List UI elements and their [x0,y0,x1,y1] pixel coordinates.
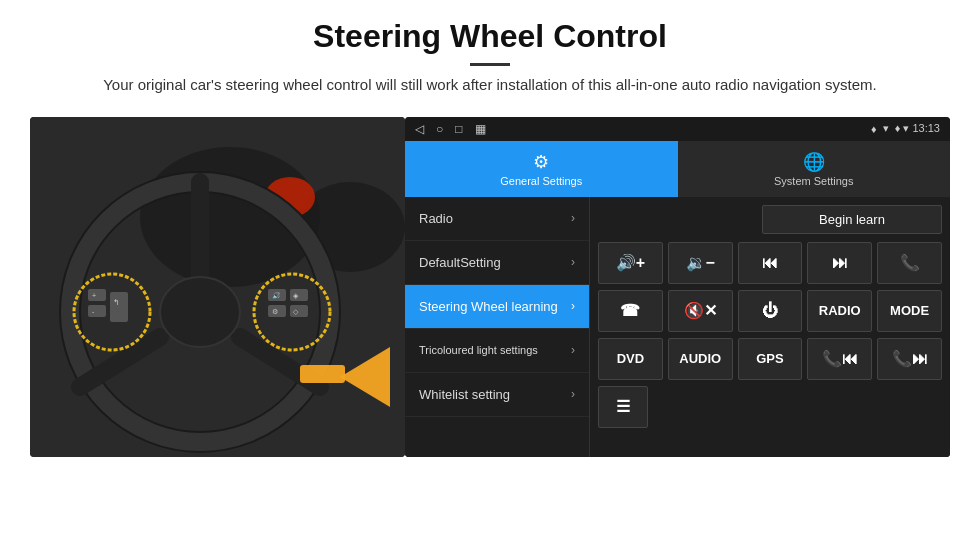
steering-wheel-image: + - ↰ 🔊 ⚙ ◈ ◇ [30,117,405,457]
header-divider [470,63,510,66]
svg-rect-27 [300,365,345,383]
control-row-3: DVD AUDIO GPS 📞⏮ 📞⏭ [598,338,942,380]
clock: ♦ ▾ 13:13 [895,122,940,135]
menu-item-tricoloured-label: Tricoloured light settings [419,344,538,356]
gps-button[interactable]: GPS [738,338,803,380]
status-bar-system-icons: ♦ ▾ ♦ ▾ 13:13 [871,122,940,135]
tel-next-button[interactable]: 📞⏭ [877,338,942,380]
page-title: Steering Wheel Control [60,18,920,55]
audio-label: AUDIO [679,351,721,366]
content-row: + - ↰ 🔊 ⚙ ◈ ◇ ◁ [0,117,980,457]
tel-prev-button[interactable]: 📞⏮ [807,338,872,380]
power-button[interactable]: ⏻ [738,290,803,332]
begin-learn-button[interactable]: Begin learn [762,205,942,234]
svg-rect-12 [88,289,106,301]
tab-bar: ⚙ General Settings 🌐 System Settings [405,141,950,197]
hangup-icon: ☎ [620,301,640,320]
radio-button[interactable]: RADIO [807,290,872,332]
status-bar: ◁ ○ □ ▦ ♦ ▾ ♦ ▾ 13:13 [405,117,950,141]
tel-prev-icon: 📞⏮ [822,349,858,368]
page-subtitle: Your original car's steering wheel contr… [60,74,920,97]
back-nav-icon[interactable]: ◁ [415,122,424,136]
mode-button[interactable]: MODE [877,290,942,332]
mute-icon: 🔇✕ [684,301,717,320]
menu-item-steering-label: Steering Wheel learning [419,299,558,314]
dvd-button[interactable]: DVD [598,338,663,380]
mode-label: MODE [890,303,929,318]
phone-hangup-button[interactable]: ☎ [598,290,663,332]
phone-icon: 📞 [900,253,920,272]
control-row-1: 🔊+ 🔉− ⏮ ⏭ 📞 [598,242,942,284]
power-icon: ⏻ [762,302,778,320]
svg-rect-13 [88,305,106,317]
svg-text:⚙: ⚙ [272,308,278,315]
status-bar-nav-icons: ◁ ○ □ ▦ [415,122,486,136]
svg-text:↰: ↰ [113,298,120,307]
vol-down-icon: 🔉− [686,253,715,272]
gear-icon: ⚙ [533,151,549,173]
control-panel: Begin learn 🔊+ 🔉− ⏮ ⏭ 📞 ☎ 🔇✕ ⏻ [590,197,950,457]
chevron-icon: › [571,343,575,357]
recents-nav-icon[interactable]: □ [455,122,462,136]
menu-icon: ☰ [616,397,630,416]
chevron-icon: › [571,255,575,269]
tab-general-settings[interactable]: ⚙ General Settings [405,141,678,197]
begin-learn-row: Begin learn [598,205,942,234]
menu-icon-button[interactable]: ☰ [598,386,648,428]
control-row-4: ☰ [598,386,942,428]
vol-up-button[interactable]: 🔊+ [598,242,663,284]
menu-item-tricoloured[interactable]: Tricoloured light settings › [405,329,589,373]
prev-track-button[interactable]: ⏮ [738,242,803,284]
chevron-icon: › [571,299,575,313]
menu-item-whitelist[interactable]: Whitelist setting › [405,373,589,417]
tab-general-label: General Settings [500,175,582,187]
menu-item-default-label: DefaultSetting [419,255,501,270]
next-track-button[interactable]: ⏭ [807,242,872,284]
menu-item-radio-label: Radio [419,211,453,226]
vol-up-icon: 🔊+ [616,253,645,272]
menu-item-whitelist-label: Whitelist setting [419,387,510,402]
vol-down-button[interactable]: 🔉− [668,242,733,284]
next-track-icon: ⏭ [832,254,848,272]
location-icon: ♦ [871,123,877,135]
chevron-icon: › [571,387,575,401]
menu-list: Radio › DefaultSetting › Steering Wheel … [405,197,590,457]
phone-answer-button[interactable]: 📞 [877,242,942,284]
svg-text:🔊: 🔊 [272,291,281,300]
globe-icon: 🌐 [803,151,825,173]
menu-item-radio[interactable]: Radio › [405,197,589,241]
prev-track-icon: ⏮ [762,254,778,272]
tel-next-icon: 📞⏭ [892,349,928,368]
audio-button[interactable]: AUDIO [668,338,733,380]
menu-item-default-setting[interactable]: DefaultSetting › [405,241,589,285]
dvd-label: DVD [617,351,644,366]
wifi-icon: ▾ [883,122,889,135]
tab-system-label: System Settings [774,175,853,187]
header-section: Steering Wheel Control Your original car… [0,0,980,107]
android-screen: ◁ ○ □ ▦ ♦ ▾ ♦ ▾ 13:13 ⚙ General Settings [405,117,950,457]
svg-rect-14 [110,292,128,322]
svg-text:+: + [92,292,96,299]
home-nav-icon[interactable]: ○ [436,122,443,136]
tab-system-settings[interactable]: 🌐 System Settings [678,141,951,197]
svg-point-9 [160,277,240,347]
main-area: Radio › DefaultSetting › Steering Wheel … [405,197,950,457]
apps-nav-icon[interactable]: ▦ [475,122,486,136]
menu-item-steering-wheel[interactable]: Steering Wheel learning › [405,285,589,329]
gps-label: GPS [756,351,783,366]
radio-label: RADIO [819,303,861,318]
mute-button[interactable]: 🔇✕ [668,290,733,332]
page-wrapper: Steering Wheel Control Your original car… [0,0,980,457]
chevron-icon: › [571,211,575,225]
control-row-2: ☎ 🔇✕ ⏻ RADIO MODE [598,290,942,332]
